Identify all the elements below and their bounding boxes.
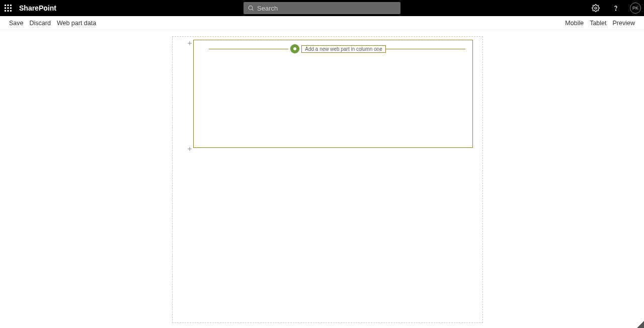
suite-right: PK — [590, 0, 641, 16]
avatar[interactable]: PK — [630, 3, 641, 14]
save-button[interactable]: Save — [9, 20, 24, 27]
divider-right — [386, 49, 465, 49]
svg-rect-6 — [5, 10, 6, 12]
resize-grip-icon[interactable] — [637, 321, 644, 328]
add-web-part-button[interactable] — [290, 44, 299, 53]
search-icon — [248, 5, 254, 12]
svg-rect-8 — [10, 10, 12, 12]
svg-rect-4 — [8, 8, 9, 9]
suite-bar: SharePoint PK — [0, 0, 644, 16]
section-column-one[interactable]: Add a new web part in column one — [193, 40, 473, 148]
divider-left — [209, 49, 288, 49]
web-part-data-button[interactable]: Web part data — [57, 20, 96, 27]
tablet-view-button[interactable]: Tablet — [590, 20, 606, 27]
settings-icon[interactable] — [590, 2, 602, 14]
svg-point-9 — [249, 6, 253, 10]
canvas-zone: Add a new web part in column one — [172, 36, 483, 323]
svg-rect-5 — [10, 8, 12, 9]
preview-button[interactable]: Preview — [613, 20, 635, 27]
canvas: Add a new web part in column one — [0, 30, 644, 328]
svg-point-11 — [595, 7, 597, 9]
search-box[interactable] — [244, 2, 400, 14]
add-section-button-top[interactable] — [186, 40, 193, 47]
add-section-button-bottom[interactable] — [186, 145, 193, 152]
svg-rect-1 — [8, 5, 9, 6]
svg-line-10 — [252, 9, 254, 11]
help-icon[interactable] — [610, 2, 622, 14]
mobile-view-button[interactable]: Mobile — [565, 20, 584, 27]
search-input[interactable] — [257, 5, 396, 12]
command-bar: Save Discard Web part data Mobile Tablet… — [0, 16, 644, 30]
add-web-part-label: Add a new web part in column one — [301, 45, 385, 53]
brand-label[interactable]: SharePoint — [19, 4, 56, 12]
discard-button[interactable]: Discard — [30, 20, 51, 27]
add-web-part-row: Add a new web part in column one — [209, 45, 465, 52]
svg-rect-2 — [10, 5, 12, 6]
svg-point-12 — [615, 10, 616, 10]
svg-rect-3 — [5, 8, 6, 9]
app-launcher-icon[interactable] — [0, 0, 16, 16]
svg-rect-0 — [5, 5, 6, 6]
svg-rect-7 — [8, 10, 9, 12]
